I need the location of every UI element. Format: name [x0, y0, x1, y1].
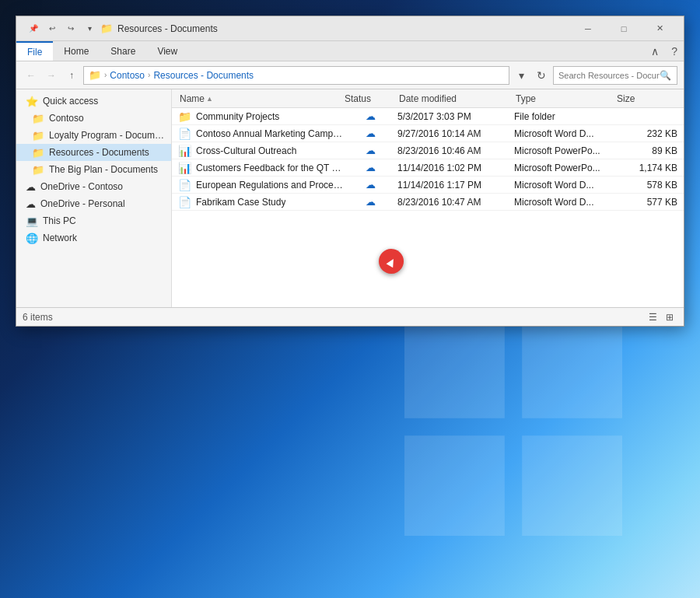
quick-access-toolbar: 📌 ↩ ↪ ▾	[23, 21, 100, 37]
file-status: ☁	[343, 162, 397, 173]
sidebar-item-contoso[interactable]: 📁 Contoso	[16, 110, 171, 127]
qat-pin[interactable]: 📌	[26, 21, 41, 37]
search-input[interactable]	[558, 71, 660, 80]
sidebar-item-onedrive-personal[interactable]: ☁ OneDrive - Personal	[16, 195, 171, 212]
search-icon: 🔍	[660, 70, 671, 81]
qat-undo[interactable]: ↩	[44, 21, 60, 37]
address-bar: ← → ↑ 📁 › Contoso › Resources - Document…	[16, 61, 684, 89]
file-list: Name ▲ Status Date modified Type Size	[172, 89, 684, 307]
col-date[interactable]: Date modified	[397, 93, 514, 104]
file-size: 578 KB	[615, 180, 677, 191]
back-button[interactable]: ←	[23, 67, 40, 84]
item-count: 6 items	[23, 312, 53, 323]
sidebar-item-loyalty[interactable]: 📁 Loyalty Program - Documents	[16, 127, 171, 144]
col-name[interactable]: Name ▲	[178, 93, 343, 104]
table-row[interactable]: 📄 European Regulations and Procedures ☁ …	[172, 177, 684, 194]
file-status: ☁	[343, 179, 397, 191]
tab-view[interactable]: View	[146, 41, 188, 61]
folder-icon: 📁	[32, 113, 44, 124]
cloud-sync-icon: ☁	[366, 128, 376, 139]
file-date: 11/14/2016 1:17 PM	[397, 180, 514, 191]
tab-file[interactable]: File	[16, 41, 53, 61]
col-size[interactable]: Size	[615, 93, 677, 104]
ppt-icon: 📊	[178, 162, 191, 174]
table-row[interactable]: 📄 Fabrikam Case Study ☁ 8/23/2016 10:47 …	[172, 194, 684, 211]
cloud-sync-icon: ☁	[366, 145, 376, 156]
file-name-cell: 📄 Contoso Annual Marketing Campaign Repo…	[178, 128, 343, 140]
window-title: Resources - Documents	[117, 23, 570, 34]
file-size: 232 KB	[615, 128, 677, 139]
large-icons-view-button[interactable]: ⊞	[662, 310, 677, 324]
folder-icon: 📁	[178, 110, 191, 123]
file-name-cell: 📄 European Regulations and Procedures	[178, 179, 343, 191]
cloud-icon: ☁	[26, 181, 36, 193]
word-icon: 📄	[178, 179, 191, 191]
file-date: 8/23/2016 10:46 AM	[397, 145, 514, 156]
cursor-arrow	[387, 257, 397, 268]
file-rows-container: 📁 Community Projects ☁ 5/3/2017 3:03 PM …	[172, 108, 684, 211]
sidebar-item-onedrive-contoso[interactable]: ☁ OneDrive - Contoso	[16, 178, 171, 195]
title-bar: 📌 ↩ ↪ ▾ 📁 Resources - Documents ─ □ ✕	[16, 16, 684, 41]
close-button[interactable]: ✕	[642, 16, 677, 41]
help-button[interactable]: ?	[665, 45, 684, 58]
file-name: Community Projects	[196, 111, 279, 122]
col-type[interactable]: Type	[514, 93, 615, 104]
up-button[interactable]: ↑	[63, 67, 80, 84]
details-view-button[interactable]: ☰	[645, 310, 660, 324]
qat-redo[interactable]: ↪	[63, 21, 79, 37]
refresh-button[interactable]: ↻	[533, 67, 550, 84]
maximize-button[interactable]: □	[606, 16, 642, 41]
cloud-icon: ☁	[26, 198, 36, 210]
forward-button[interactable]: →	[43, 67, 60, 84]
computer-icon: 💻	[26, 215, 38, 227]
tab-share[interactable]: Share	[100, 41, 146, 61]
window-controls: ─ □ ✕	[570, 16, 677, 41]
tab-home[interactable]: Home	[53, 41, 100, 61]
breadcrumb-contoso[interactable]: Contoso	[110, 70, 145, 81]
breadcrumb-resources[interactable]: Resources - Documents	[153, 70, 254, 81]
search-bar[interactable]: 🔍	[553, 66, 677, 85]
file-name: Contoso Annual Marketing Campaign Report	[196, 128, 343, 139]
sidebar-item-quick-access[interactable]: ⭐ Quick access	[16, 93, 171, 110]
file-type: Microsoft Word D...	[514, 128, 615, 139]
cursor-overlay	[379, 249, 404, 274]
file-type: Microsoft PowerPo...	[514, 163, 615, 173]
sidebar-item-bigplan[interactable]: 📁 The Big Plan - Documents	[16, 161, 171, 178]
table-row[interactable]: 📁 Community Projects ☁ 5/3/2017 3:03 PM …	[172, 108, 684, 125]
ribbon-expand-button[interactable]: ∧	[645, 45, 665, 58]
cloud-sync-icon: ☁	[366, 196, 376, 208]
file-name-cell: 📊 Customers Feedback for the QT Series	[178, 162, 343, 174]
file-name: Customers Feedback for the QT Series	[196, 163, 343, 173]
sidebar-item-resources[interactable]: 📁 Resources - Documents	[16, 144, 171, 161]
file-status: ☁	[343, 196, 397, 208]
breadcrumb-icon: 📁	[89, 69, 101, 81]
dropdown-button[interactable]: ▾	[513, 67, 530, 84]
sidebar-item-network[interactable]: 🌐 Network	[16, 229, 171, 247]
file-name: Fabrikam Case Study	[196, 197, 285, 208]
cloud-sync-icon: ☁	[366, 110, 376, 122]
file-name-cell: 📄 Fabrikam Case Study	[178, 196, 343, 208]
table-row[interactable]: 📄 Contoso Annual Marketing Campaign Repo…	[172, 125, 684, 142]
cloud-sync-icon: ☁	[366, 162, 376, 173]
svg-rect-0	[404, 318, 505, 418]
status-bar: 6 items ☰ ⊞	[16, 307, 684, 326]
network-icon: 🌐	[26, 233, 38, 244]
sidebar-item-this-pc[interactable]: 💻 This PC	[16, 212, 171, 229]
file-name-cell: 📊 Cross-Cultural Outreach	[178, 145, 343, 157]
breadcrumb-separator-1: ›	[104, 71, 107, 79]
col-status[interactable]: Status	[343, 93, 397, 104]
file-date: 5/3/2017 3:03 PM	[397, 111, 514, 122]
table-row[interactable]: 📊 Cross-Cultural Outreach ☁ 8/23/2016 10…	[172, 142, 684, 159]
file-status: ☁	[343, 110, 397, 122]
sidebar: ⭐ Quick access 📁 Contoso 📁 Loyalty Progr…	[16, 89, 172, 307]
folder-icon: 📁	[32, 164, 44, 176]
svg-rect-2	[404, 435, 505, 536]
file-status: ☁	[343, 145, 397, 156]
sort-arrow: ▲	[206, 95, 213, 103]
ribbon-tabs: File Home Share View ∧ ?	[16, 41, 684, 61]
table-row[interactable]: 📊 Customers Feedback for the QT Series ☁…	[172, 159, 684, 177]
file-name-cell: 📁 Community Projects	[178, 110, 343, 123]
qat-dropdown[interactable]: ▾	[82, 21, 97, 37]
folder-icon: 📁	[32, 130, 44, 142]
minimize-button[interactable]: ─	[570, 16, 606, 41]
